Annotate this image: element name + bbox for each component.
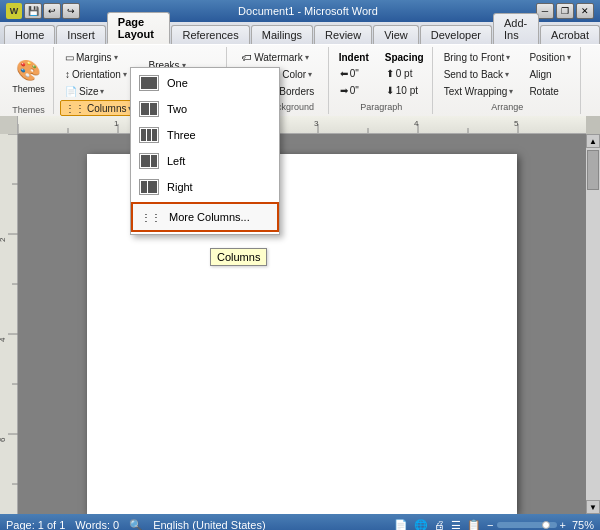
zoom-in-icon[interactable]: + (560, 519, 566, 530)
view-web-icon[interactable]: 🌐 (414, 519, 428, 531)
tab-acrobat[interactable]: Acrobat (540, 25, 600, 44)
columns-three-label: Three (167, 129, 196, 141)
svg-text:6: 6 (0, 437, 7, 442)
themes-icon: 🎨 (16, 58, 41, 82)
arrange-group: Bring to Front ▾ Send to Back ▾ Text Wra… (435, 47, 581, 114)
main-area: 2 4 6 ▲ ▼ (0, 134, 600, 514)
zoom-out-icon[interactable]: − (487, 519, 493, 530)
tab-review[interactable]: Review (314, 25, 372, 44)
send-to-back-arrow: ▾ (505, 70, 509, 79)
margins-arrow: ▾ (114, 53, 118, 62)
page-container (18, 134, 586, 514)
columns-right-icon (139, 178, 159, 196)
columns-one-icon (139, 74, 159, 92)
orientation-icon: ↕ (65, 69, 70, 80)
view-print-icon[interactable]: 🖨 (434, 519, 445, 530)
bring-to-front-button[interactable]: Bring to Front ▾ (439, 50, 519, 66)
zoom-thumb (542, 521, 550, 529)
orientation-button[interactable]: ↕ Orientation ▾ (60, 66, 137, 82)
position-arrow: ▾ (567, 53, 571, 62)
spacing-after-button[interactable]: ⬇ 10 pt (381, 82, 428, 98)
ruler-corner (0, 116, 18, 134)
columns-more-item[interactable]: ⋮⋮ More Columns... (131, 202, 279, 232)
view-normal-icon[interactable]: 📄 (394, 519, 408, 531)
size-arrow: ▾ (100, 87, 104, 96)
columns-icon: ⋮⋮ (65, 103, 85, 114)
spacing-label: Spacing (381, 51, 428, 64)
ribbon-content: 🎨 Themes Themes ▭ Margins ▾ ↕ Orientatio… (0, 44, 600, 116)
ruler-container: 1 2 3 4 5 (0, 116, 600, 134)
columns-two-label: Two (167, 103, 187, 115)
columns-right-label: Right (167, 181, 193, 193)
view-draft-icon[interactable]: 📋 (467, 519, 481, 531)
tab-mailings[interactable]: Mailings (251, 25, 313, 44)
svg-text:4: 4 (0, 337, 7, 342)
tab-insert[interactable]: Insert (56, 25, 106, 44)
columns-two-item[interactable]: Two (131, 96, 279, 122)
status-language: English (United States) (153, 519, 266, 530)
columns-left-label: Left (167, 155, 185, 167)
tab-addins[interactable]: Add-Ins (493, 13, 539, 44)
columns-more-icon: ⋮⋮ (141, 208, 161, 226)
ruler-vertical: 2 4 6 (0, 134, 18, 514)
view-outline-icon[interactable]: ☰ (451, 519, 461, 531)
scroll-thumb[interactable] (587, 150, 599, 190)
columns-left-icon (139, 152, 159, 170)
scroll-track[interactable] (586, 148, 600, 500)
paragraph-group-label: Paragraph (360, 100, 402, 112)
status-words: Words: 0 (75, 519, 119, 530)
quick-access-undo[interactable]: ↩ (43, 3, 61, 19)
columns-one-item[interactable]: One (131, 70, 279, 96)
columns-button[interactable]: ⋮⋮ Columns ▾ (60, 100, 137, 116)
status-language-icon: 🔍 (129, 519, 143, 531)
watermark-button[interactable]: 🏷 Watermark ▾ (237, 50, 319, 66)
tab-developer[interactable]: Developer (420, 25, 492, 44)
send-to-back-button[interactable]: Send to Back ▾ (439, 67, 519, 83)
text-wrapping-arrow: ▾ (509, 87, 513, 96)
status-right: 📄 🌐 🖨 ☰ 📋 − + 75% (394, 519, 594, 531)
indent-left-button[interactable]: ⬅ 0" (335, 65, 373, 81)
scroll-down-button[interactable]: ▼ (586, 500, 600, 514)
columns-left-item[interactable]: Left (131, 148, 279, 174)
status-page: Page: 1 of 1 (6, 519, 65, 530)
zoom-control[interactable]: − + 75% (487, 519, 594, 530)
ruler-horizontal: 1 2 3 4 5 (18, 116, 586, 134)
tab-references[interactable]: References (171, 25, 249, 44)
columns-dropdown: One Two Three Left Right ⋮⋮ More Columns… (130, 67, 280, 235)
watermark-icon: 🏷 (242, 52, 252, 63)
paragraph-group: Indent ⬅ 0" ➡ 0" Spacing ⬆ 0 pt ⬇ 1 (331, 47, 433, 114)
margins-button[interactable]: ▭ Margins ▾ (60, 49, 137, 65)
columns-more-label: More Columns... (169, 211, 250, 223)
tab-home[interactable]: Home (4, 25, 55, 44)
themes-button[interactable]: 🎨 Themes (10, 49, 48, 103)
align-button[interactable]: Align (524, 67, 576, 83)
indent-right-button[interactable]: ➡ 0" (335, 82, 373, 98)
arrange-group-label: Arrange (491, 100, 523, 112)
svg-text:3: 3 (314, 119, 319, 128)
restore-button[interactable]: ❐ (556, 3, 574, 19)
tab-view[interactable]: View (373, 25, 419, 44)
ruler-right-spacer (586, 116, 600, 134)
quick-access-save[interactable]: 💾 (24, 3, 42, 19)
margins-icon: ▭ (65, 52, 74, 63)
indent-label: Indent (335, 51, 373, 64)
vertical-scrollbar[interactable]: ▲ ▼ (586, 134, 600, 514)
svg-text:4: 4 (414, 119, 419, 128)
close-button[interactable]: ✕ (576, 3, 594, 19)
scroll-up-button[interactable]: ▲ (586, 134, 600, 148)
svg-rect-0 (18, 116, 586, 134)
tab-page-layout[interactable]: Page Layout (107, 12, 171, 44)
columns-right-item[interactable]: Right (131, 174, 279, 200)
tooltip-text: Columns (217, 251, 260, 263)
columns-two-icon (139, 100, 159, 118)
zoom-track[interactable] (497, 522, 557, 528)
columns-one-label: One (167, 77, 188, 89)
quick-access-redo[interactable]: ↪ (62, 3, 80, 19)
columns-three-item[interactable]: Three (131, 122, 279, 148)
size-button[interactable]: 📄 Size ▾ (60, 83, 137, 99)
status-bar: Page: 1 of 1 Words: 0 🔍 English (United … (0, 514, 600, 530)
rotate-button[interactable]: Rotate (524, 84, 576, 100)
text-wrapping-button[interactable]: Text Wrapping ▾ (439, 84, 519, 100)
spacing-before-button[interactable]: ⬆ 0 pt (381, 65, 428, 81)
position-button[interactable]: Position ▾ (524, 50, 576, 66)
